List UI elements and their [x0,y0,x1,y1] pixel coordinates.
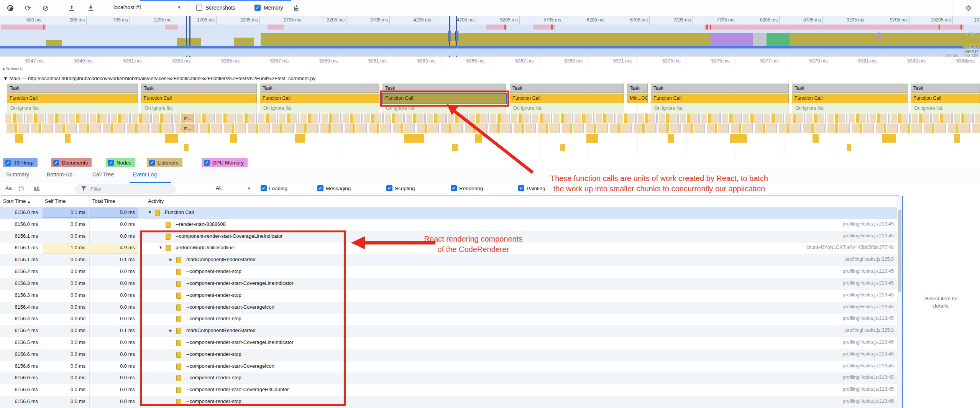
on-ignore-list-bar[interactable]: On ignore list [651,104,789,113]
whole-word-button[interactable]: ab [34,185,39,191]
table-row[interactable]: 6156.4 ms0.0 ms0.0 ms--component-render-… [0,302,899,314]
source-location-link[interactable]: profilingHooks.js:213:45 [843,221,894,227]
table-row[interactable]: 6156.3 ms0.0 ms0.0 ms--component-render-… [0,290,899,302]
table-row[interactable]: 6156.0 ms0.1 ms5.0 ms▼Function Call [0,207,899,219]
col-start-time[interactable]: Start Time ▲ [3,198,31,204]
source-location-link[interactable]: profilingHooks.js:213:45 [843,316,894,321]
table-row[interactable]: 6156.0 ms0.0 ms0.0 ms--render-start-8388… [0,219,899,231]
source-location-link[interactable]: profilingHooks.js:325:3 [845,257,894,262]
timeline-overview-minimap[interactable]: 500 ms205 ms705 ms1205 ms1705 ms2205 ms2… [0,16,980,57]
table-row[interactable]: 6156.6 ms0.0 ms0.0 ms--component-render-… [0,396,899,408]
on-ignore-list-bar[interactable]: On ignore list [260,104,379,113]
vertical-scrollbar[interactable] [897,196,902,408]
flame-subcalls-row1[interactable] [5,114,980,123]
tree-expand-arrow[interactable]: ▼ [148,210,152,214]
legend-checkbox[interactable]: ✓ [149,160,155,166]
on-ignore-list-bar[interactable]: On ignore list [382,104,506,113]
window-left-handle[interactable] [448,31,451,41]
category-label[interactable]: Painting [527,186,545,191]
record-button[interactable] [5,2,16,14]
source-location-link[interactable]: profilingHooks.js:213:45 [843,280,894,286]
source-location-link[interactable]: profilingHooks.js:213:45 [843,304,894,309]
legend-chip-nodes[interactable]: ✓Nodes [106,158,135,167]
category-checkbox-messaging[interactable]: ✓ [317,185,323,191]
col-activity[interactable]: Activity [148,198,164,204]
clear-recording-button[interactable]: ⊘ [40,2,51,14]
chevron-down-icon[interactable]: ▼ [247,186,251,191]
screenshots-label[interactable]: Screenshots [205,5,235,11]
source-location-link[interactable]: profilingHooks.js:213:45 [843,375,894,380]
task-bar[interactable]: Task [911,84,980,93]
task-bar[interactable]: Task [627,84,648,93]
table-row[interactable]: 6156.6 ms0.0 ms0.0 ms--component-render-… [0,349,899,361]
source-location-link[interactable]: profilingHooks.js:213:45 [843,398,894,404]
legend-checkbox[interactable]: ✓ [5,160,11,166]
reload-and-record-button[interactable]: ⟳ [22,2,34,14]
category-checkbox-rendering[interactable]: ✓ [451,185,457,191]
legend-checkbox[interactable]: ✓ [53,160,59,166]
duration-filter-select[interactable]: All [216,185,222,191]
table-row[interactable]: 6156.2 ms0.0 ms0.0 ms--component-render-… [0,266,899,278]
function-call-bar[interactable]: Min...GC [627,94,648,103]
category-checkbox-loading[interactable]: ✓ [261,185,267,191]
flame-subcalls-row2[interactable] [5,123,980,133]
table-row[interactable]: 6156.6 ms0.0 ms0.0 ms--component-render-… [0,361,899,373]
table-row[interactable]: 6156.1 ms1.0 ms4.9 ms▼performWorkUntilDe… [0,242,899,254]
category-label[interactable]: Loading [269,186,287,191]
on-ignore-list-bar[interactable]: On ignore list [792,104,908,113]
collapsed-call-bar[interactable]: m... [181,114,194,122]
legend-chip-js-heap[interactable]: ✓JS Heap [3,158,38,167]
collapsed-call-bar[interactable]: m... [181,124,194,132]
memory-label[interactable]: Memory [264,5,283,11]
memory-checkbox[interactable]: ✓ [254,5,261,11]
table-row[interactable]: 6156.1 ms0.0 ms0.1 ms▶markComponentRende… [0,254,899,266]
scrollbar-thumb[interactable] [898,210,901,292]
table-row[interactable]: 6156.5 ms0.0 ms0.0 ms--component-render-… [0,337,899,349]
task-bar[interactable]: Task [141,84,257,93]
tree-collapse-arrow[interactable]: ▶ [169,257,172,262]
tab-summary[interactable]: Summary [6,171,29,178]
match-case-button[interactable]: Aa [5,185,12,191]
task-bar[interactable]: Task [792,84,908,93]
table-row[interactable]: 6156.1 ms0.0 ms0.0 ms--component-render-… [0,231,899,243]
function-call-bar-selected[interactable]: Function Call [382,94,506,103]
collect-garbage-button[interactable] [291,2,302,14]
task-bar[interactable]: Task [7,84,138,93]
on-ignore-list-bar[interactable]: On ignore list [141,104,257,113]
function-call-bar[interactable]: Function Call [510,94,624,103]
legend-checkbox[interactable]: ✓ [204,160,210,166]
on-ignore-list-bar[interactable]: On ignore list [7,104,138,113]
tree-collapse-arrow[interactable]: ▶ [169,328,172,332]
category-label[interactable]: Scripting [395,186,415,191]
table-row[interactable]: 6156.6 ms0.0 ms0.0 ms--component-render-… [0,384,899,396]
tab-bottom-up[interactable]: Bottom-Up [47,171,72,178]
regex-button[interactable]: (*) [18,185,24,191]
source-location-link[interactable]: profilingHooks.js:325:3 [845,327,894,333]
filter-input[interactable]: Filter [75,184,176,194]
tree-expand-arrow[interactable]: ▼ [159,245,163,250]
settings-gear-button[interactable]: ⚙ [963,2,974,14]
table-row[interactable]: 6156.3 ms0.0 ms0.0 ms--component-render-… [0,278,899,290]
tab-call-tree[interactable]: Call Tree [92,171,114,178]
source-location-link[interactable]: profilingHooks.js:213:45 [843,351,894,357]
source-location-link[interactable]: chunk-RY6NLCXT.js?v=45b65f6b:377:48 [806,245,894,250]
legend-chip-listeners[interactable]: ✓Listeners [147,158,182,167]
task-bar[interactable]: Task [382,84,506,93]
source-location-link[interactable]: profilingHooks.js:213:45 [843,268,894,274]
category-label[interactable]: Rendering [459,186,483,191]
on-ignore-list-bar[interactable]: On ignore list [510,104,624,113]
legend-chip-documents[interactable]: ✓Documents [51,158,92,167]
network-track[interactable]: ▸ Network [0,66,980,75]
window-right-handle[interactable] [455,31,458,41]
function-call-bar[interactable]: Function Call [911,94,980,103]
main-thread-track-header[interactable]: ▼ Main — http://localhost:3000/github/co… [0,74,980,84]
task-bar[interactable]: Task [510,84,624,93]
table-row[interactable]: 6156.6 ms0.0 ms0.0 ms--component-render-… [0,372,899,384]
table-row[interactable]: 6156.4 ms0.0 ms0.0 ms--component-render-… [0,313,899,325]
source-location-link[interactable]: profilingHooks.js:213:45 [843,387,894,392]
flame-chart[interactable]: TaskFunction CallOn ignore listTaskFunct… [0,84,980,157]
source-location-link[interactable]: profilingHooks.js:213:45 [843,292,894,298]
tab-event-log[interactable]: Event Log [133,171,157,178]
source-location-link[interactable]: profilingHooks.js:213:45 [843,339,894,345]
function-call-bar[interactable]: Function Call [792,94,908,103]
